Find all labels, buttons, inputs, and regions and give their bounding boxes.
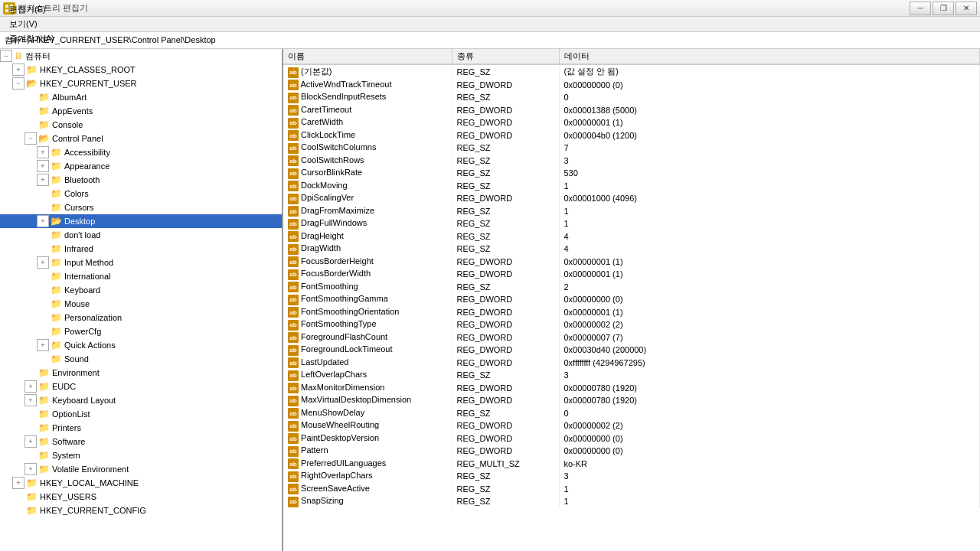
expander-inputmethod[interactable]: + (37, 256, 49, 269)
table-row[interactable]: ab FocusBorderHeightREG_DWORD0x00000001 … (283, 256, 980, 269)
expander-sound[interactable] (37, 353, 49, 365)
registry-values-panel[interactable]: 이름 종류 데이터 ab (기본값)REG_SZ(값 설정 안 됨)ab Act… (283, 49, 980, 551)
table-row[interactable]: ab LastUpdatedREG_DWORD0xffffffff (42949… (283, 357, 980, 370)
expander-personalization[interactable] (37, 311, 49, 324)
table-row[interactable]: ab MaxVirtualDesktopDimensionREG_DWORD0x… (283, 394, 980, 407)
expander-console[interactable] (24, 119, 37, 131)
menu-item-edit[interactable]: 편집기(E) (3, 2, 60, 17)
tree-node-optionlist[interactable]: 📁OptionList (0, 407, 282, 421)
expander-optionlist[interactable] (24, 408, 37, 420)
table-row[interactable]: ab MouseWheelRoutingREG_DWORD0x00000002 … (283, 419, 980, 432)
expander-hkcc[interactable] (12, 504, 24, 517)
tree-node-eudc[interactable]: +📁EUDC (0, 380, 282, 393)
col-type[interactable]: 종류 (452, 49, 559, 64)
table-row[interactable]: ab CaretWidthREG_DWORD0x00000001 (1) (283, 116, 980, 129)
table-row[interactable]: ab DragHeightREG_SZ4 (283, 230, 980, 243)
expander-hkcu[interactable]: + (12, 64, 24, 76)
tree-node-appevents[interactable]: 📁AppEvents (0, 104, 282, 118)
table-row[interactable]: ab CoolSwitchRowsREG_SZ3 (283, 155, 980, 168)
expander-system[interactable] (24, 449, 37, 461)
table-row[interactable]: ab (기본값)REG_SZ(값 설정 안 됨) (283, 64, 980, 79)
tree-node-hkcc[interactable]: 📁HKEY_CURRENT_CONFIG (0, 504, 282, 517)
table-row[interactable]: ab CursorBlinkRateREG_SZ530 (283, 167, 980, 180)
tree-node-personalization[interactable]: 📁Personalization (0, 311, 282, 324)
table-row[interactable]: ab ScreenSaveActiveREG_SZ1 (283, 483, 980, 496)
expander-powercfg[interactable] (37, 325, 49, 337)
expander-colors[interactable] (37, 187, 49, 200)
expander-volatileenv[interactable]: + (24, 463, 37, 475)
tree-node-international[interactable]: 📁International (0, 269, 282, 283)
tree-node-printers[interactable]: 📁Printers (0, 421, 282, 435)
tree-node-volatileenv[interactable]: +📁Volatile Environment (0, 462, 282, 476)
table-row[interactable]: ab DpiScalingVerREG_DWORD0x00001000 (409… (283, 192, 980, 205)
tree-node-appearance[interactable]: +📁Appearance (0, 159, 282, 173)
table-row[interactable]: ab CoolSwitchColumnsREG_SZ7 (283, 142, 980, 155)
expander-hklm[interactable]: + (12, 477, 24, 489)
expander-hku[interactable] (12, 491, 24, 503)
expander-printers[interactable] (24, 422, 37, 434)
table-row[interactable]: ab FontSmoothingOrientationREG_DWORD0x00… (283, 306, 980, 319)
table-row[interactable]: ab ClickLockTimeREG_DWORD0x000004b0 (120… (283, 129, 980, 142)
expander-quickactions[interactable]: + (37, 339, 49, 351)
tree-node-controlpanel[interactable]: −📂Control Panel (0, 132, 282, 145)
table-row[interactable]: ab CaretTimeoutREG_DWORD0x00001388 (5000… (283, 104, 980, 117)
table-row[interactable]: ab LeftOverlapCharsREG_SZ3 (283, 369, 980, 382)
tree-node-accessibility[interactable]: +📁Accessibility (0, 145, 282, 159)
tree-node-powercfg[interactable]: 📁PowerCfg (0, 324, 282, 338)
tree-node-dontload[interactable]: 📁don't load (0, 228, 282, 242)
tree-node-hklm[interactable]: +📁HKEY_LOCAL_MACHINE (0, 476, 282, 490)
expander-desktop[interactable]: + (37, 215, 49, 227)
table-row[interactable]: ab PaintDesktopVersionREG_DWORD0x0000000… (283, 432, 980, 445)
tree-node-mouse[interactable]: 📁Mouse (0, 297, 282, 311)
tree-node-colors[interactable]: 📁Colors (0, 187, 282, 201)
expander-infrared[interactable] (37, 243, 49, 255)
expander-keyboard[interactable] (37, 284, 49, 296)
tree-node-infrared[interactable]: 📁Infrared (0, 242, 282, 256)
expander-appearance[interactable]: + (37, 160, 49, 172)
table-row[interactable]: ab RightOverlapCharsREG_SZ3 (283, 470, 980, 483)
expander-eudc[interactable]: + (24, 380, 37, 393)
table-row[interactable]: ab FontSmoothingTypeREG_DWORD0x00000002 … (283, 318, 980, 331)
tree-node-software[interactable]: +📁Software (0, 435, 282, 448)
table-row[interactable]: ab DockMovingREG_SZ1 (283, 180, 980, 193)
tree-node-system[interactable]: 📁System (0, 448, 282, 462)
expander-hkcu2[interactable]: − (12, 77, 24, 90)
tree-panel[interactable]: −🖥컴퓨터+📁HKEY_CLASSES_ROOT−📂HKEY_CURRENT_U… (0, 49, 283, 551)
table-row[interactable]: ab MenuShowDelayREG_SZ0 (283, 407, 980, 420)
expander-software[interactable]: + (24, 435, 37, 448)
table-row[interactable]: ab DragWidthREG_SZ4 (283, 243, 980, 256)
table-row[interactable]: ab ActiveWndTrackTimeoutREG_DWORD0x00000… (283, 79, 980, 92)
expander-appevents[interactable] (24, 105, 37, 117)
restore-button[interactable]: ❐ (933, 2, 954, 15)
tree-node-environment[interactable]: 📁Environment (0, 366, 282, 380)
tree-node-cursors[interactable]: 📁Cursors (0, 201, 282, 214)
expander-computer[interactable]: − (0, 50, 12, 62)
table-row[interactable]: ab PreferredUILanguagesREG_MULTI_SZko-KR (283, 458, 980, 471)
minimize-button[interactable]: ─ (910, 2, 931, 15)
tree-node-console[interactable]: 📁Console (0, 118, 282, 132)
tree-node-desktop[interactable]: +📂Desktop (0, 214, 282, 228)
table-row[interactable]: ab ForegroundFlashCountREG_DWORD0x000000… (283, 331, 980, 344)
tree-node-hkcu[interactable]: +📁HKEY_CLASSES_ROOT (0, 63, 282, 77)
tree-node-computer[interactable]: −🖥컴퓨터 (0, 49, 282, 63)
expander-dontload[interactable] (37, 229, 49, 241)
table-row[interactable]: ab FocusBorderWidthREG_DWORD0x00000001 (… (283, 268, 980, 281)
tree-node-bluetooth[interactable]: +📁Bluetooth (0, 173, 282, 187)
tree-node-hkcu2[interactable]: −📂HKEY_CURRENT_USER (0, 77, 282, 90)
table-row[interactable]: ab FontSmoothingGammaREG_DWORD0x00000000… (283, 293, 980, 306)
col-name[interactable]: 이름 (283, 49, 452, 64)
expander-accessibility[interactable]: + (37, 146, 49, 158)
table-row[interactable]: ab SnapSizingREG_SZ1 (283, 495, 980, 508)
table-row[interactable]: ab BlockSendInputResetsREG_SZ0 (283, 91, 980, 104)
tree-node-hku[interactable]: 📁HKEY_USERS (0, 490, 282, 504)
tree-node-keyboard[interactable]: 📁Keyboard (0, 283, 282, 297)
table-row[interactable]: ab MaxMonitorDimensionREG_DWORD0x0000078… (283, 382, 980, 395)
col-data[interactable]: 데이터 (559, 49, 980, 64)
expander-bluetooth[interactable]: + (37, 174, 49, 186)
tree-node-sound[interactable]: 📁Sound (0, 352, 282, 366)
table-row[interactable]: ab PatternREG_DWORD0x00000000 (0) (283, 445, 980, 458)
tree-node-inputmethod[interactable]: +📁Input Method (0, 256, 282, 269)
menu-item-view[interactable]: 보기(V) (3, 17, 60, 31)
close-button[interactable]: ✕ (956, 2, 977, 15)
expander-mouse[interactable] (37, 298, 49, 310)
